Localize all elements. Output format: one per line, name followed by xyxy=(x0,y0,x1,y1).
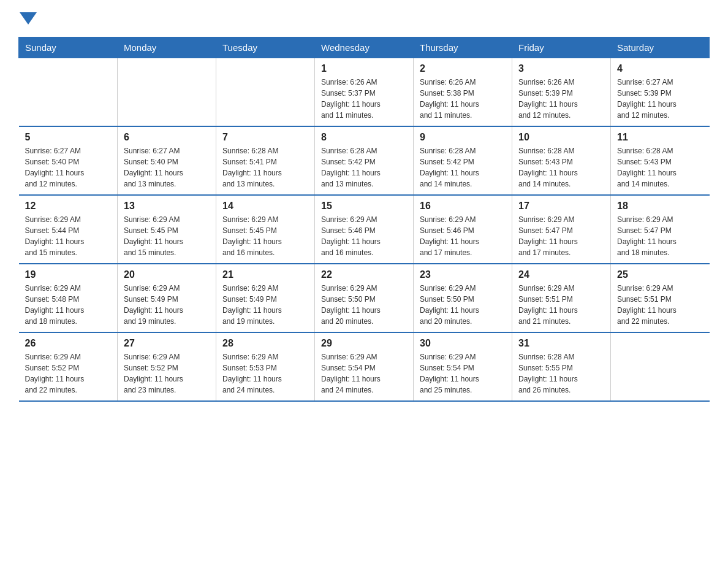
day-info: Sunrise: 6:27 AM Sunset: 5:40 PM Dayligh… xyxy=(124,145,210,190)
calendar-day-cell: 15Sunrise: 6:29 AM Sunset: 5:46 PM Dayli… xyxy=(315,195,414,264)
day-number: 1 xyxy=(321,63,407,74)
day-number: 14 xyxy=(222,201,308,212)
day-number: 20 xyxy=(124,269,210,280)
day-info: Sunrise: 6:29 AM Sunset: 5:50 PM Dayligh… xyxy=(420,283,506,327)
day-info: Sunrise: 6:29 AM Sunset: 5:53 PM Dayligh… xyxy=(222,351,308,396)
calendar-day-cell xyxy=(611,332,710,401)
calendar-day-cell: 1Sunrise: 6:26 AM Sunset: 5:37 PM Daylig… xyxy=(315,58,414,127)
calendar-day-header: Sunday xyxy=(19,37,118,58)
day-number: 13 xyxy=(124,201,210,212)
calendar-week-row: 5Sunrise: 6:27 AM Sunset: 5:40 PM Daylig… xyxy=(19,126,710,195)
day-info: Sunrise: 6:29 AM Sunset: 5:51 PM Dayligh… xyxy=(617,283,703,327)
day-number: 29 xyxy=(321,338,407,349)
calendar-day-cell xyxy=(19,58,118,127)
day-number: 6 xyxy=(124,132,210,143)
logo xyxy=(18,12,37,25)
day-number: 23 xyxy=(420,269,506,280)
day-number: 18 xyxy=(617,201,703,212)
calendar-day-cell: 27Sunrise: 6:29 AM Sunset: 5:52 PM Dayli… xyxy=(118,332,216,401)
calendar-day-cell xyxy=(118,58,216,127)
calendar-day-cell: 29Sunrise: 6:29 AM Sunset: 5:54 PM Dayli… xyxy=(315,332,414,401)
day-number: 31 xyxy=(518,338,604,349)
calendar-table: SundayMondayTuesdayWednesdayThursdayFrid… xyxy=(18,37,710,402)
day-number: 7 xyxy=(222,132,308,143)
day-info: Sunrise: 6:29 AM Sunset: 5:51 PM Dayligh… xyxy=(518,283,604,327)
calendar-day-header: Monday xyxy=(118,37,216,58)
calendar-day-header: Saturday xyxy=(611,37,710,58)
calendar-day-cell: 2Sunrise: 6:26 AM Sunset: 5:38 PM Daylig… xyxy=(414,58,512,127)
day-info: Sunrise: 6:28 AM Sunset: 5:43 PM Dayligh… xyxy=(518,145,604,190)
logo-triangle-icon xyxy=(20,12,37,25)
day-info: Sunrise: 6:29 AM Sunset: 5:47 PM Dayligh… xyxy=(617,214,703,258)
calendar-day-cell: 17Sunrise: 6:29 AM Sunset: 5:47 PM Dayli… xyxy=(512,195,611,264)
day-info: Sunrise: 6:26 AM Sunset: 5:37 PM Dayligh… xyxy=(321,77,407,121)
day-number: 19 xyxy=(25,269,112,280)
calendar-day-header: Thursday xyxy=(414,37,512,58)
calendar-week-row: 19Sunrise: 6:29 AM Sunset: 5:48 PM Dayli… xyxy=(19,264,710,332)
calendar-day-cell: 12Sunrise: 6:29 AM Sunset: 5:44 PM Dayli… xyxy=(19,195,118,264)
calendar-day-cell: 7Sunrise: 6:28 AM Sunset: 5:41 PM Daylig… xyxy=(216,126,315,195)
day-info: Sunrise: 6:29 AM Sunset: 5:50 PM Dayligh… xyxy=(321,283,407,327)
day-info: Sunrise: 6:29 AM Sunset: 5:48 PM Dayligh… xyxy=(25,283,112,327)
day-info: Sunrise: 6:27 AM Sunset: 5:39 PM Dayligh… xyxy=(617,77,703,121)
calendar-day-cell: 19Sunrise: 6:29 AM Sunset: 5:48 PM Dayli… xyxy=(19,264,118,332)
day-number: 12 xyxy=(25,201,112,212)
day-number: 26 xyxy=(25,338,112,349)
day-number: 3 xyxy=(518,63,604,74)
day-number: 21 xyxy=(222,269,308,280)
day-number: 16 xyxy=(420,201,506,212)
calendar-day-cell: 4Sunrise: 6:27 AM Sunset: 5:39 PM Daylig… xyxy=(611,58,710,127)
calendar-day-cell: 26Sunrise: 6:29 AM Sunset: 5:52 PM Dayli… xyxy=(19,332,118,401)
day-info: Sunrise: 6:28 AM Sunset: 5:42 PM Dayligh… xyxy=(420,145,506,190)
day-info: Sunrise: 6:28 AM Sunset: 5:42 PM Dayligh… xyxy=(321,145,407,190)
day-info: Sunrise: 6:29 AM Sunset: 5:54 PM Dayligh… xyxy=(321,351,407,396)
day-number: 27 xyxy=(124,338,210,349)
day-info: Sunrise: 6:26 AM Sunset: 5:39 PM Dayligh… xyxy=(518,77,604,121)
day-info: Sunrise: 6:29 AM Sunset: 5:46 PM Dayligh… xyxy=(420,214,506,258)
calendar-day-cell: 18Sunrise: 6:29 AM Sunset: 5:47 PM Dayli… xyxy=(611,195,710,264)
day-info: Sunrise: 6:28 AM Sunset: 5:41 PM Dayligh… xyxy=(222,145,308,190)
calendar-day-cell: 8Sunrise: 6:28 AM Sunset: 5:42 PM Daylig… xyxy=(315,126,414,195)
day-number: 24 xyxy=(518,269,604,280)
calendar-day-cell: 31Sunrise: 6:28 AM Sunset: 5:55 PM Dayli… xyxy=(512,332,611,401)
day-info: Sunrise: 6:29 AM Sunset: 5:47 PM Dayligh… xyxy=(518,214,604,258)
calendar-week-row: 26Sunrise: 6:29 AM Sunset: 5:52 PM Dayli… xyxy=(19,332,710,401)
day-info: Sunrise: 6:29 AM Sunset: 5:45 PM Dayligh… xyxy=(222,214,308,258)
day-info: Sunrise: 6:29 AM Sunset: 5:54 PM Dayligh… xyxy=(420,351,506,396)
calendar-day-cell xyxy=(216,58,315,127)
day-number: 2 xyxy=(420,63,506,74)
calendar-day-cell: 23Sunrise: 6:29 AM Sunset: 5:50 PM Dayli… xyxy=(414,264,512,332)
day-number: 4 xyxy=(617,63,703,74)
day-number: 22 xyxy=(321,269,407,280)
calendar-day-header: Friday xyxy=(512,37,611,58)
day-number: 25 xyxy=(617,269,703,280)
page-header xyxy=(18,12,710,25)
day-info: Sunrise: 6:29 AM Sunset: 5:46 PM Dayligh… xyxy=(321,214,407,258)
day-info: Sunrise: 6:28 AM Sunset: 5:43 PM Dayligh… xyxy=(617,145,703,190)
calendar-day-cell: 20Sunrise: 6:29 AM Sunset: 5:49 PM Dayli… xyxy=(118,264,216,332)
day-info: Sunrise: 6:26 AM Sunset: 5:38 PM Dayligh… xyxy=(420,77,506,121)
calendar-day-cell: 16Sunrise: 6:29 AM Sunset: 5:46 PM Dayli… xyxy=(414,195,512,264)
day-info: Sunrise: 6:29 AM Sunset: 5:49 PM Dayligh… xyxy=(222,283,308,327)
calendar-day-cell: 30Sunrise: 6:29 AM Sunset: 5:54 PM Dayli… xyxy=(414,332,512,401)
day-number: 9 xyxy=(420,132,506,143)
day-number: 28 xyxy=(222,338,308,349)
day-number: 8 xyxy=(321,132,407,143)
calendar-day-cell: 14Sunrise: 6:29 AM Sunset: 5:45 PM Dayli… xyxy=(216,195,315,264)
calendar-day-header: Tuesday xyxy=(216,37,315,58)
calendar-day-cell: 10Sunrise: 6:28 AM Sunset: 5:43 PM Dayli… xyxy=(512,126,611,195)
calendar-day-cell: 25Sunrise: 6:29 AM Sunset: 5:51 PM Dayli… xyxy=(611,264,710,332)
day-number: 30 xyxy=(420,338,506,349)
day-info: Sunrise: 6:29 AM Sunset: 5:45 PM Dayligh… xyxy=(124,214,210,258)
day-info: Sunrise: 6:27 AM Sunset: 5:40 PM Dayligh… xyxy=(25,145,112,190)
day-number: 10 xyxy=(518,132,604,143)
calendar-day-cell: 22Sunrise: 6:29 AM Sunset: 5:50 PM Dayli… xyxy=(315,264,414,332)
day-number: 11 xyxy=(617,132,703,143)
day-number: 15 xyxy=(321,201,407,212)
calendar-day-cell: 9Sunrise: 6:28 AM Sunset: 5:42 PM Daylig… xyxy=(414,126,512,195)
calendar-day-cell: 11Sunrise: 6:28 AM Sunset: 5:43 PM Dayli… xyxy=(611,126,710,195)
day-info: Sunrise: 6:29 AM Sunset: 5:49 PM Dayligh… xyxy=(124,283,210,327)
calendar-day-cell: 13Sunrise: 6:29 AM Sunset: 5:45 PM Dayli… xyxy=(118,195,216,264)
calendar-day-header: Wednesday xyxy=(315,37,414,58)
calendar-day-cell: 28Sunrise: 6:29 AM Sunset: 5:53 PM Dayli… xyxy=(216,332,315,401)
